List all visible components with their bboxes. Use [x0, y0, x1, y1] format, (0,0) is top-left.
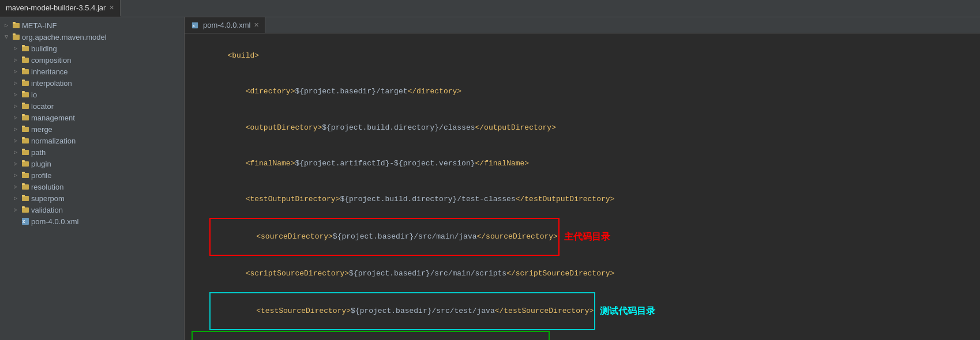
xml-tag: </finalName>	[475, 159, 530, 168]
sidebar-item-org-apache-maven-model[interactable]: ▽ org.apache.maven.model	[0, 31, 184, 43]
svg-rect-15	[22, 103, 25, 104]
sidebar-item-superpom[interactable]: ▷ superpom	[0, 192, 184, 204]
expand-icon: ▷	[12, 67, 20, 75]
sidebar-item-label: profile	[31, 171, 51, 180]
svg-rect-31	[22, 195, 25, 197]
svg-rect-33	[22, 206, 25, 208]
svg-rect-25	[22, 160, 25, 162]
indent	[227, 195, 245, 203]
file-tab-label: pom-4.0.0.xml	[203, 21, 250, 29]
expand-icon: ▷	[12, 102, 20, 110]
expand-icon: ▽	[2, 33, 10, 41]
sidebar-item-locator[interactable]: ▷ locator	[0, 100, 184, 112]
xml-tag: <finalName>	[246, 159, 295, 168]
sidebar-item-pom-xml[interactable]: X pom-4.0.0.xml	[0, 216, 184, 227]
annotation-test-source: 测试代码目录	[600, 304, 655, 319]
expand-icon: ▷	[12, 90, 20, 99]
expand-icon	[12, 217, 20, 225]
svg-rect-32	[22, 207, 29, 213]
indent	[227, 87, 245, 96]
xml-tag: <testOutputDirectory>	[246, 195, 340, 203]
sidebar-item-normalization[interactable]: ▷ normalization	[0, 135, 184, 146]
svg-text:X: X	[193, 24, 195, 27]
expand-icon: ▷	[12, 160, 20, 168]
window-tab-label: maven-model-builder-3.5.4.jar	[6, 3, 106, 12]
expand-icon: ▷	[12, 79, 20, 87]
xml-text: ${project.artifactId}-${project.version}	[295, 159, 475, 168]
main-layout: ▷ META-INF ▽ org.apache.maven.model ▷ bu…	[0, 17, 980, 340]
svg-rect-12	[22, 92, 29, 97]
package-icon	[21, 205, 30, 214]
test-source-directory-highlight: <testSourceDirectory>${project.basedir}/…	[209, 292, 595, 330]
xml-text: ${project.build.directory}/test-classes	[340, 195, 515, 203]
sidebar[interactable]: ▷ META-INF ▽ org.apache.maven.model ▷ bu…	[0, 17, 185, 340]
svg-rect-11	[22, 80, 25, 81]
xml-tag: </testOutputDirectory>	[516, 195, 615, 203]
svg-rect-7	[22, 56, 25, 58]
code-line-sourcedirectory: <sourceDirectory>${project.basedir}/src/…	[192, 218, 973, 256]
sidebar-item-path[interactable]: ▷ path	[0, 146, 184, 158]
content-area: X pom-4.0.0.xml ✕ <build> <directory>${p…	[185, 17, 980, 340]
svg-rect-8	[22, 69, 29, 74]
indent	[192, 305, 209, 318]
sidebar-item-interpolation[interactable]: ▷ interpolation	[0, 77, 184, 89]
sidebar-item-resolution[interactable]: ▷ resolution	[0, 181, 184, 192]
package-icon	[21, 159, 30, 168]
expand-icon: ▷	[12, 137, 20, 145]
sidebar-item-management[interactable]: ▷ management	[0, 112, 184, 123]
svg-rect-24	[22, 161, 29, 167]
xml-tag: <directory>	[246, 87, 295, 96]
svg-rect-28	[22, 184, 29, 190]
sidebar-item-label: composition	[31, 56, 71, 65]
xml-tag: <sourceDirectory>	[256, 232, 333, 241]
resources-highlight-box: <resources> <resource> <directory>${proj…	[192, 331, 550, 340]
sidebar-item-meta-inf[interactable]: ▷ META-INF	[0, 20, 184, 31]
code-line-finalname: <finalName>${project.artifactId}-${proje…	[192, 146, 973, 182]
package-icon	[21, 171, 30, 180]
sidebar-item-label: inheritance	[31, 67, 68, 76]
svg-rect-29	[22, 183, 25, 185]
window-tab-main[interactable]: maven-model-builder-3.5.4.jar ✕	[0, 0, 121, 17]
xml-tag: </scriptSourceDirectory>	[506, 269, 614, 278]
svg-rect-3	[13, 33, 16, 35]
sidebar-item-label: resolution	[31, 183, 63, 191]
window-tab-close[interactable]: ✕	[109, 4, 114, 12]
sidebar-item-building[interactable]: ▷ building	[0, 43, 184, 54]
svg-rect-1	[13, 22, 16, 24]
sidebar-item-label: io	[31, 90, 37, 99]
file-tab-close[interactable]: ✕	[254, 21, 259, 29]
sidebar-item-label: META-INF	[22, 21, 57, 30]
expand-icon: ▷	[12, 183, 20, 191]
expand-icon: ▷	[12, 56, 20, 64]
svg-rect-19	[22, 126, 25, 127]
file-tab-pom[interactable]: X pom-4.0.0.xml ✕	[185, 17, 265, 33]
expand-icon: ▷	[12, 125, 20, 133]
sidebar-item-profile[interactable]: ▷ profile	[0, 169, 184, 181]
xml-tag: <scriptSourceDirectory>	[246, 269, 349, 278]
sidebar-item-label: superpom	[31, 194, 65, 203]
indent	[227, 123, 245, 132]
xml-file-icon: X	[21, 217, 30, 226]
sidebar-item-label: locator	[31, 102, 54, 111]
sidebar-item-label: pom-4.0.0.xml	[31, 217, 78, 226]
sidebar-item-inheritance[interactable]: ▷ inheritance	[0, 66, 184, 77]
code-editor[interactable]: <build> <directory>${project.basedir}/ta…	[185, 33, 980, 340]
sidebar-item-plugin[interactable]: ▷ plugin	[0, 158, 184, 169]
svg-rect-18	[22, 127, 29, 132]
sidebar-item-validation[interactable]: ▷ validation	[0, 204, 184, 216]
sidebar-item-composition[interactable]: ▷ composition	[0, 54, 184, 66]
sidebar-item-merge[interactable]: ▷ merge	[0, 123, 184, 135]
sidebar-item-io[interactable]: ▷ io	[0, 89, 184, 100]
svg-rect-17	[22, 114, 25, 116]
svg-rect-4	[22, 46, 29, 51]
svg-rect-5	[22, 45, 25, 47]
code-line-resources-open: <resources>	[195, 333, 546, 340]
xml-tag: <build>	[227, 51, 259, 60]
svg-rect-6	[22, 58, 29, 63]
package-icon	[21, 101, 30, 111]
code-line-testoutputdirectory: <testOutputDirectory>${project.build.dir…	[192, 182, 973, 218]
code-line-testsourcedirectory: <testSourceDirectory>${project.basedir}/…	[192, 292, 973, 330]
package-icon	[21, 182, 30, 191]
svg-rect-16	[22, 115, 29, 120]
sidebar-item-label: validation	[31, 206, 63, 214]
